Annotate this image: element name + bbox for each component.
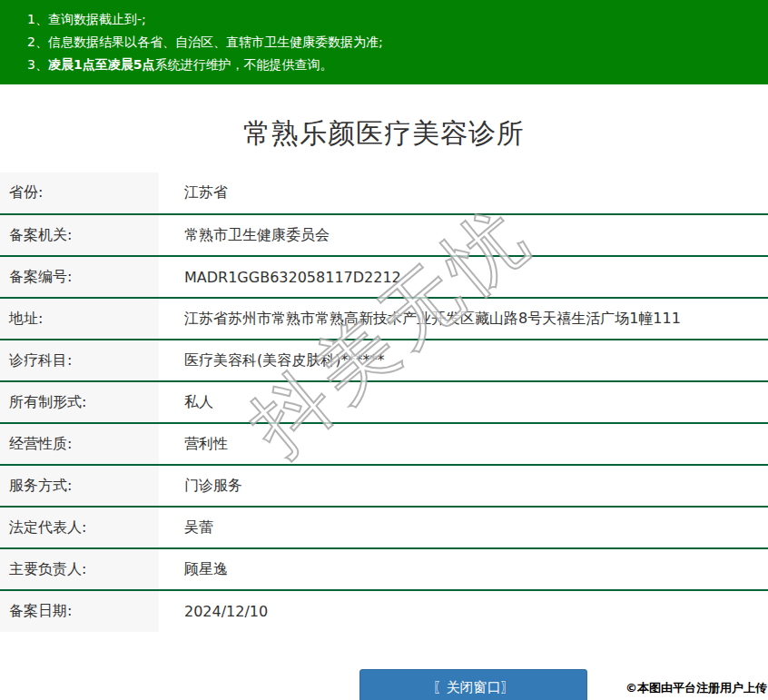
table-row: 备案机关:常熟市卫生健康委员会	[0, 214, 768, 256]
row-value: 营利性	[159, 423, 768, 465]
table-row: 主要负责人:顾星逸	[0, 548, 768, 590]
table-row: 法定代表人:吴蕾	[0, 507, 768, 548]
row-value: 江苏省	[159, 173, 768, 214]
row-label: 诊疗科目:	[0, 340, 159, 381]
notice-line-3: 3、凌晨1点至凌晨5点系统进行维护，不能提供查询。	[27, 54, 759, 76]
notice-line-3-rest: 系统进行维护，不能提供查询。	[154, 57, 332, 72]
row-label: 备案编号:	[0, 256, 159, 298]
row-value: 江苏省苏州市常熟市常熟高新技术产业开发区藏山路8号天禧生活广场1幢111	[159, 298, 768, 340]
notice-line-1: 1、查询数据截止到-;	[27, 8, 759, 31]
row-value: 门诊服务	[159, 465, 768, 507]
row-value: 2024/12/10	[159, 590, 768, 632]
close-window-button[interactable]: 〖关闭窗口〗	[359, 669, 587, 700]
row-label: 地址:	[0, 298, 159, 340]
table-row: 省份:江苏省	[0, 173, 768, 214]
row-label: 法定代表人:	[0, 507, 159, 548]
facility-info-table-body: 省份:江苏省备案机关:常熟市卫生健康委员会备案编号:MADR1GGB632058…	[0, 173, 768, 632]
row-value: MADR1GGB632058117D2212	[159, 256, 768, 298]
row-label: 服务方式:	[0, 465, 159, 507]
notice-banner: 1、查询数据截止到-; 2、信息数据结果以各省、自治区、直辖市卫生健康委数据为准…	[0, 0, 768, 84]
row-label: 备案日期:	[0, 590, 159, 632]
row-label: 所有制形式:	[0, 381, 159, 423]
row-label: 主要负责人:	[0, 548, 159, 590]
row-label: 省份:	[0, 173, 159, 214]
table-row: 诊疗科目:医疗美容科(美容皮肤科)******	[0, 340, 768, 381]
notice-line-2: 2、信息数据结果以各省、自治区、直辖市卫生健康委数据为准;	[27, 31, 759, 54]
table-row: 所有制形式:私人	[0, 381, 768, 423]
page-title: 常熟乐颜医疗美容诊所	[0, 84, 768, 153]
table-row: 地址:江苏省苏州市常熟市常熟高新技术产业开发区藏山路8号天禧生活广场1幢111	[0, 298, 768, 340]
row-value: 常熟市卫生健康委员会	[159, 214, 768, 256]
table-row: 备案编号:MADR1GGB632058117D2212	[0, 256, 768, 298]
notice-line-3-bold: 凌晨1点至凌晨5点	[48, 57, 154, 72]
row-value: 吴蕾	[159, 507, 768, 548]
notice-line-3-number: 3、	[27, 57, 48, 72]
table-row: 经营性质:营利性	[0, 423, 768, 465]
facility-info-table: 省份:江苏省备案机关:常熟市卫生健康委员会备案编号:MADR1GGB632058…	[0, 173, 768, 632]
table-row: 服务方式:门诊服务	[0, 465, 768, 507]
table-row: 备案日期:2024/12/10	[0, 590, 768, 632]
copyright-upload-notice: ©本图由平台注册用户上传	[625, 680, 767, 696]
row-value: 私人	[159, 381, 768, 423]
row-label: 经营性质:	[0, 423, 159, 465]
row-value: 医疗美容科(美容皮肤科)******	[159, 340, 768, 381]
row-label: 备案机关:	[0, 214, 159, 256]
row-value: 顾星逸	[159, 548, 768, 590]
